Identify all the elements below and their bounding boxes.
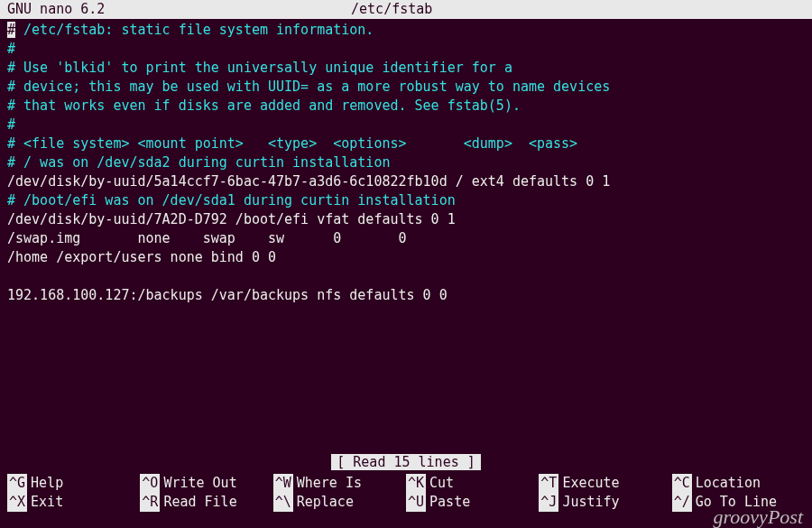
shortcut-execute[interactable]: ^TExecute bbox=[539, 474, 671, 493]
shortcut-label: Cut bbox=[429, 474, 454, 493]
key-label: ^\ bbox=[273, 493, 293, 512]
text-line: # bbox=[7, 116, 805, 134]
text-line bbox=[7, 267, 805, 286]
shortcut-row-2: ^XExit ^RRead File ^\Replace ^UPaste ^JJ… bbox=[7, 493, 805, 512]
text-line: # <file system> <mount point> <type> <op… bbox=[7, 134, 805, 153]
shortcut-location[interactable]: ^CLocation bbox=[672, 474, 805, 493]
key-label: ^C bbox=[672, 474, 692, 493]
text-line: # that works even if disks are added and… bbox=[7, 97, 805, 116]
shortcut-label: Help bbox=[31, 474, 63, 493]
watermark: groovyPost bbox=[714, 507, 803, 526]
key-label: ^/ bbox=[672, 493, 692, 512]
text-line: # device; this may be used with UUID= as… bbox=[7, 78, 805, 97]
shortcut-label: Location bbox=[696, 474, 761, 493]
text-line: /home /export/users none bind 0 0 bbox=[7, 248, 805, 267]
key-label: ^K bbox=[406, 474, 426, 493]
text-line: # bbox=[7, 40, 805, 59]
key-label: ^X bbox=[7, 493, 27, 512]
text-line: # /etc/fstab: static file system informa… bbox=[7, 21, 805, 40]
shortcut-label: Read File bbox=[163, 493, 236, 512]
shortcut-label: Where Is bbox=[297, 474, 362, 493]
shortcut-bar: ^GHelp ^OWrite Out ^WWhere Is ^KCut ^TEx… bbox=[7, 474, 805, 512]
shortcut-label: Justify bbox=[562, 493, 619, 512]
shortcut-writeout[interactable]: ^OWrite Out bbox=[140, 474, 272, 493]
shortcut-cut[interactable]: ^KCut bbox=[406, 474, 539, 493]
shortcut-paste[interactable]: ^UPaste bbox=[406, 493, 539, 512]
shortcut-label: Write Out bbox=[163, 474, 236, 493]
nano-titlebar: GNU nano 6.2 /etc/fstab bbox=[0, 0, 812, 19]
shortcut-justify[interactable]: ^JJustify bbox=[539, 493, 671, 512]
text-line: /dev/disk/by-uuid/5a14ccf7-6bac-47b7-a3d… bbox=[7, 172, 805, 191]
key-label: ^G bbox=[7, 474, 27, 493]
app-name: GNU nano 6.2 bbox=[7, 0, 105, 19]
text-line: # Use 'blkid' to print the universally u… bbox=[7, 59, 805, 78]
status-message: [ Read 15 lines ] bbox=[331, 454, 481, 470]
shortcut-help[interactable]: ^GHelp bbox=[7, 474, 140, 493]
key-label: ^U bbox=[406, 493, 426, 512]
key-label: ^T bbox=[539, 474, 558, 493]
shortcut-exit[interactable]: ^XExit bbox=[7, 493, 140, 512]
key-label: ^W bbox=[273, 474, 293, 493]
shortcut-whereis[interactable]: ^WWhere Is bbox=[273, 474, 406, 493]
key-label: ^O bbox=[140, 474, 160, 493]
key-label: ^J bbox=[539, 493, 558, 512]
text-line: 192.168.100.127:/backups /var/backups nf… bbox=[7, 286, 805, 305]
key-label: ^R bbox=[140, 493, 160, 512]
cursor: # bbox=[7, 22, 15, 38]
text-line: /dev/disk/by-uuid/7A2D-D792 /boot/efi vf… bbox=[7, 210, 805, 229]
file-path: /etc/fstab bbox=[351, 0, 558, 19]
text-line: /swap.img none swap sw 0 0 bbox=[7, 229, 805, 248]
shortcut-label: Replace bbox=[297, 493, 354, 512]
text-line: # / was on /dev/sda2 during curtin insta… bbox=[7, 153, 805, 172]
shortcut-replace[interactable]: ^\Replace bbox=[273, 493, 406, 512]
editor-content[interactable]: # /etc/fstab: static file system informa… bbox=[0, 19, 812, 307]
text-line: # /boot/efi was on /dev/sda1 during curt… bbox=[7, 191, 805, 210]
shortcut-row-1: ^GHelp ^OWrite Out ^WWhere Is ^KCut ^TEx… bbox=[7, 474, 805, 493]
shortcut-label: Paste bbox=[429, 493, 470, 512]
status-bar: [ Read 15 lines ] bbox=[0, 453, 812, 472]
shortcut-readfile[interactable]: ^RRead File bbox=[140, 493, 272, 512]
shortcut-label: Exit bbox=[31, 493, 63, 512]
shortcut-label: Execute bbox=[562, 474, 619, 493]
